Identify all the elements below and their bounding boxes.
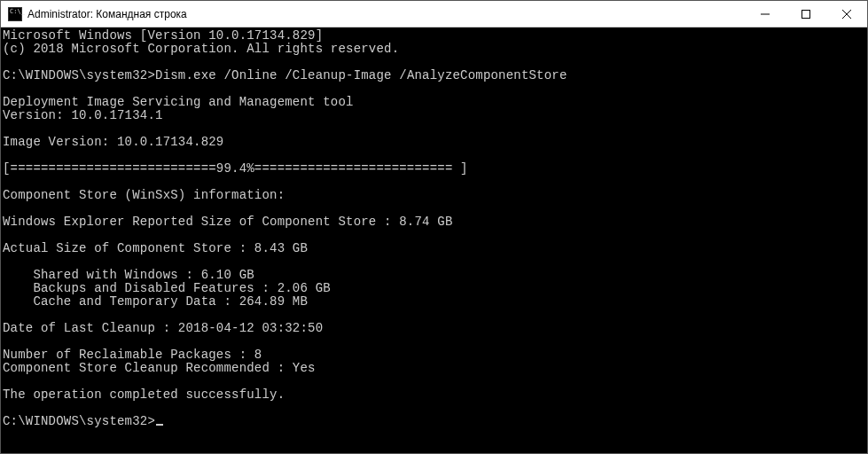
cleanup-recommended: Component Store Cleanup Recommended : Ye…: [3, 361, 316, 375]
last-cleanup: Date of Last Cleanup : 2018-04-12 03:32:…: [3, 321, 323, 335]
reclaimable-packages: Number of Reclaimable Packages : 8: [3, 348, 262, 362]
minimize-button[interactable]: [745, 1, 786, 27]
copyright-line: (c) 2018 Microsoft Corporation. All righ…: [3, 42, 399, 56]
cache-temp: Cache and Temporary Data : 264.89 MB: [3, 294, 308, 309]
operation-completed: The operation completed successfully.: [3, 387, 285, 402]
window-controls: [745, 1, 867, 27]
component-store-header: Component Store (WinSxS) information:: [3, 188, 285, 202]
close-button[interactable]: [826, 1, 867, 27]
window-title: Administrator: Командная строка: [27, 8, 745, 20]
dism-version-line: Version: 10.0.17134.1: [3, 108, 163, 122]
actual-size: Actual Size of Component Store : 8.43 GB: [3, 241, 308, 255]
cursor: [156, 424, 163, 426]
explorer-reported-size: Windows Explorer Reported Size of Compon…: [3, 215, 452, 229]
prompt: C:\WINDOWS\system32>: [3, 68, 155, 82]
backups-disabled: Backups and Disabled Features : 2.06 GB: [3, 281, 331, 295]
cmd-icon: [8, 7, 22, 21]
prompt: C:\WINDOWS\system32>: [3, 414, 155, 428]
titlebar[interactable]: Administrator: Командная строка: [1, 1, 867, 27]
dism-tool-line: Deployment Image Servicing and Managemen…: [3, 95, 354, 109]
image-version-line: Image Version: 10.0.17134.829: [3, 135, 223, 149]
terminal-output[interactable]: Microsoft Windows [Version 10.0.17134.82…: [1, 27, 867, 453]
svg-rect-1: [802, 10, 810, 18]
command-dism: Dism.exe /Online /Cleanup-Image /Analyze…: [155, 68, 567, 82]
shared-with-windows: Shared with Windows : 6.10 GB: [3, 268, 254, 282]
os-version-line: Microsoft Windows [Version 10.0.17134.82…: [3, 28, 323, 43]
progress-bar: [===========================99.4%=======…: [3, 161, 468, 176]
maximize-button[interactable]: [786, 1, 826, 27]
